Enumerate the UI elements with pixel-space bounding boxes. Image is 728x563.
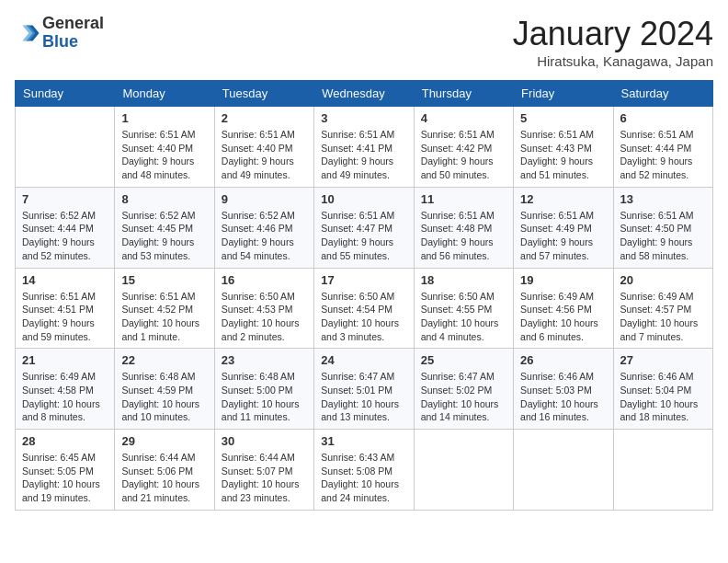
logo-icon [15, 20, 40, 46]
day-number: 19 [520, 273, 606, 287]
day-info: Sunrise: 6:51 AMSunset: 4:47 PMDaylight:… [321, 209, 406, 263]
day-info: Sunrise: 6:45 AMSunset: 5:05 PMDaylight:… [22, 451, 108, 505]
day-info: Sunrise: 6:51 AMSunset: 4:42 PMDaylight:… [421, 128, 506, 182]
calendar-cell: 20Sunrise: 6:49 AMSunset: 4:57 PMDayligh… [613, 268, 712, 349]
calendar-week-5: 28Sunrise: 6:45 AMSunset: 5:05 PMDayligh… [16, 430, 713, 511]
day-number: 18 [421, 273, 506, 287]
day-info: Sunrise: 6:50 AMSunset: 4:53 PMDaylight:… [222, 290, 307, 344]
day-number: 16 [222, 273, 307, 287]
day-number: 27 [620, 353, 706, 367]
day-number: 3 [321, 111, 406, 125]
day-info: Sunrise: 6:52 AMSunset: 4:46 PMDaylight:… [222, 209, 307, 263]
day-number: 14 [22, 273, 108, 287]
day-number: 28 [22, 434, 108, 448]
day-number: 8 [121, 192, 207, 206]
day-number: 24 [321, 353, 406, 367]
day-number: 20 [620, 273, 706, 287]
location: Hiratsuka, Kanagawa, Japan [513, 53, 713, 69]
calendar-cell: 10Sunrise: 6:51 AMSunset: 4:47 PMDayligh… [314, 187, 414, 268]
day-info: Sunrise: 6:49 AMSunset: 4:56 PMDaylight:… [520, 290, 606, 344]
day-info: Sunrise: 6:51 AMSunset: 4:41 PMDaylight:… [321, 128, 406, 182]
day-number: 30 [222, 434, 307, 448]
title-area: January 2024 Hiratsuka, Kanagawa, Japan [513, 15, 713, 69]
day-number: 29 [121, 434, 207, 448]
calendar-table: SundayMondayTuesdayWednesdayThursdayFrid… [15, 80, 713, 511]
day-number: 17 [321, 273, 406, 287]
day-number: 31 [321, 434, 406, 448]
day-info: Sunrise: 6:44 AMSunset: 5:07 PMDaylight:… [222, 451, 307, 505]
calendar-cell: 28Sunrise: 6:45 AMSunset: 5:05 PMDayligh… [16, 430, 115, 511]
calendar-cell: 24Sunrise: 6:47 AMSunset: 5:01 PMDayligh… [314, 349, 414, 430]
calendar-cell: 9Sunrise: 6:52 AMSunset: 4:46 PMDaylight… [214, 187, 313, 268]
day-number: 22 [121, 353, 207, 367]
calendar-cell: 5Sunrise: 6:51 AMSunset: 4:43 PMDaylight… [514, 107, 613, 188]
day-of-week-thursday: Thursday [414, 81, 513, 107]
day-number: 7 [22, 192, 108, 206]
calendar-cell: 6Sunrise: 6:51 AMSunset: 4:44 PMDaylight… [613, 107, 712, 188]
day-number: 25 [421, 353, 506, 367]
day-info: Sunrise: 6:50 AMSunset: 4:54 PMDaylight:… [321, 290, 406, 344]
day-number: 23 [222, 353, 307, 367]
day-info: Sunrise: 6:47 AMSunset: 5:01 PMDaylight:… [321, 370, 406, 424]
calendar-cell [414, 430, 513, 511]
day-info: Sunrise: 6:51 AMSunset: 4:43 PMDaylight:… [520, 128, 606, 182]
calendar-cell: 18Sunrise: 6:50 AMSunset: 4:55 PMDayligh… [414, 268, 513, 349]
calendar-cell: 2Sunrise: 6:51 AMSunset: 4:40 PMDaylight… [214, 107, 313, 188]
day-number: 6 [620, 111, 706, 125]
day-info: Sunrise: 6:51 AMSunset: 4:51 PMDaylight:… [22, 290, 108, 344]
day-number: 11 [421, 192, 506, 206]
day-number: 1 [121, 111, 207, 125]
calendar-week-3: 14Sunrise: 6:51 AMSunset: 4:51 PMDayligh… [16, 268, 713, 349]
day-info: Sunrise: 6:49 AMSunset: 4:58 PMDaylight:… [22, 370, 108, 424]
day-of-week-sunday: Sunday [16, 81, 115, 107]
calendar-cell: 25Sunrise: 6:47 AMSunset: 5:02 PMDayligh… [414, 349, 513, 430]
calendar-cell: 8Sunrise: 6:52 AMSunset: 4:45 PMDaylight… [115, 187, 214, 268]
day-info: Sunrise: 6:51 AMSunset: 4:49 PMDaylight:… [520, 209, 606, 263]
day-of-week-monday: Monday [115, 81, 214, 107]
calendar-cell: 15Sunrise: 6:51 AMSunset: 4:52 PMDayligh… [115, 268, 214, 349]
calendar-cell: 3Sunrise: 6:51 AMSunset: 4:41 PMDaylight… [314, 107, 414, 188]
day-number: 5 [520, 111, 606, 125]
calendar-cell [514, 430, 613, 511]
day-info: Sunrise: 6:47 AMSunset: 5:02 PMDaylight:… [421, 370, 506, 424]
calendar-cell [613, 430, 712, 511]
calendar-cell: 29Sunrise: 6:44 AMSunset: 5:06 PMDayligh… [115, 430, 214, 511]
day-info: Sunrise: 6:43 AMSunset: 5:08 PMDaylight:… [321, 451, 406, 505]
page-header: General Blue January 2024 Hiratsuka, Kan… [15, 15, 713, 69]
calendar-cell: 23Sunrise: 6:48 AMSunset: 5:00 PMDayligh… [214, 349, 313, 430]
calendar-cell: 22Sunrise: 6:48 AMSunset: 4:59 PMDayligh… [115, 349, 214, 430]
day-number: 10 [321, 192, 406, 206]
day-number: 12 [520, 192, 606, 206]
calendar-cell: 27Sunrise: 6:46 AMSunset: 5:04 PMDayligh… [613, 349, 712, 430]
day-of-week-wednesday: Wednesday [314, 81, 414, 107]
calendar-week-2: 7Sunrise: 6:52 AMSunset: 4:44 PMDaylight… [16, 187, 713, 268]
day-info: Sunrise: 6:51 AMSunset: 4:48 PMDaylight:… [421, 209, 506, 263]
calendar-cell: 16Sunrise: 6:50 AMSunset: 4:53 PMDayligh… [214, 268, 313, 349]
calendar-cell: 30Sunrise: 6:44 AMSunset: 5:07 PMDayligh… [214, 430, 313, 511]
day-number: 15 [121, 273, 207, 287]
day-info: Sunrise: 6:51 AMSunset: 4:44 PMDaylight:… [620, 128, 706, 182]
calendar-cell: 4Sunrise: 6:51 AMSunset: 4:42 PMDaylight… [414, 107, 513, 188]
calendar-cell: 31Sunrise: 6:43 AMSunset: 5:08 PMDayligh… [314, 430, 414, 511]
day-info: Sunrise: 6:50 AMSunset: 4:55 PMDaylight:… [421, 290, 506, 344]
calendar-week-4: 21Sunrise: 6:49 AMSunset: 4:58 PMDayligh… [16, 349, 713, 430]
day-info: Sunrise: 6:44 AMSunset: 5:06 PMDaylight:… [121, 451, 207, 505]
calendar-cell: 11Sunrise: 6:51 AMSunset: 4:48 PMDayligh… [414, 187, 513, 268]
calendar-cell: 17Sunrise: 6:50 AMSunset: 4:54 PMDayligh… [314, 268, 414, 349]
day-info: Sunrise: 6:49 AMSunset: 4:57 PMDaylight:… [620, 290, 706, 344]
day-info: Sunrise: 6:51 AMSunset: 4:40 PMDaylight:… [121, 128, 207, 182]
logo-line1: General [42, 14, 104, 32]
logo: General Blue [15, 15, 104, 52]
calendar-cell: 21Sunrise: 6:49 AMSunset: 4:58 PMDayligh… [16, 349, 115, 430]
day-number: 13 [620, 192, 706, 206]
calendar-cell: 14Sunrise: 6:51 AMSunset: 4:51 PMDayligh… [16, 268, 115, 349]
calendar-header-row: SundayMondayTuesdayWednesdayThursdayFrid… [16, 81, 713, 107]
calendar-cell: 26Sunrise: 6:46 AMSunset: 5:03 PMDayligh… [514, 349, 613, 430]
day-of-week-tuesday: Tuesday [214, 81, 313, 107]
day-number: 9 [222, 192, 307, 206]
calendar-week-1: 1Sunrise: 6:51 AMSunset: 4:40 PMDaylight… [16, 107, 713, 188]
month-title: January 2024 [513, 15, 713, 53]
day-number: 26 [520, 353, 606, 367]
calendar-cell [16, 107, 115, 188]
day-info: Sunrise: 6:51 AMSunset: 4:50 PMDaylight:… [620, 209, 706, 263]
